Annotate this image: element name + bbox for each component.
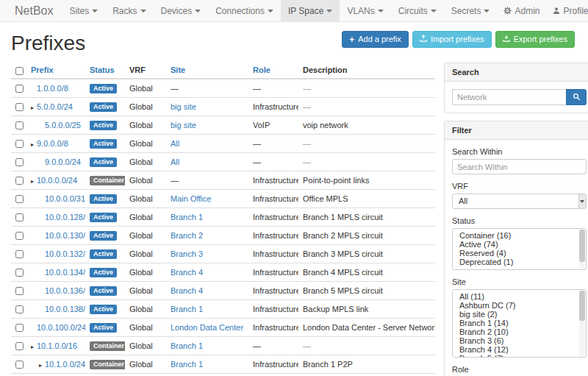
status-filter-option[interactable]: Reserved (4) — [453, 249, 586, 258]
sort-role-header[interactable]: Role — [253, 65, 270, 74]
site-link[interactable]: Branch 4 — [171, 268, 203, 277]
prefix-link[interactable]: 9.0.0.0/8 — [37, 139, 68, 148]
row-checkbox[interactable] — [15, 121, 24, 130]
description-cell: Branch 4 MPLS circuit — [298, 263, 435, 281]
site-link[interactable]: Branch 2 — [171, 231, 203, 240]
site-filter-option[interactable]: Branch 3 (6) — [453, 336, 586, 345]
site-link[interactable]: All — [171, 157, 179, 166]
scrollbar-thumb[interactable] — [579, 291, 585, 321]
nav-item[interactable]: Circuits — [391, 0, 444, 21]
description-cell: London Data Center - Server Network — [298, 318, 435, 336]
expand-arrow-icon: ▸ — [31, 344, 37, 350]
site-link[interactable]: Branch 1 — [171, 213, 203, 221]
row-checkbox[interactable] — [15, 324, 24, 332]
prefix-link[interactable]: 10.1.0.0/16 — [37, 341, 77, 350]
nav-item[interactable]: Secrets — [444, 0, 498, 21]
indent-spacer — [31, 311, 39, 312]
site-link[interactable]: big site — [171, 121, 196, 130]
table-row: ▸5.0.0.0/25 Active Global big site VoIP … — [11, 116, 435, 134]
prefix-link[interactable]: 10.0.0.136/31 — [45, 286, 85, 295]
row-checkbox[interactable] — [15, 103, 24, 111]
vrf-cell: Global — [125, 336, 166, 355]
site-link[interactable]: big site — [171, 102, 196, 111]
description-cell: Office MPLS — [298, 189, 435, 207]
site-link[interactable]: Branch 1 — [171, 305, 203, 313]
site-link[interactable]: Branch 3 — [171, 249, 203, 258]
site-filter-option[interactable]: Branch 2 (10) — [453, 327, 586, 336]
search-input[interactable] — [452, 89, 566, 105]
status-badge: Active — [90, 102, 117, 112]
row-checkbox[interactable] — [15, 287, 24, 295]
site-link[interactable]: Main Office — [171, 194, 211, 203]
row-checkbox[interactable] — [15, 213, 24, 221]
site-filter-option[interactable]: Branch 1 (14) — [453, 319, 586, 327]
nav-item-admin[interactable]: Admin — [497, 0, 546, 21]
nav-item-label: Secrets — [451, 6, 481, 16]
export-prefixes-button[interactable]: Export prefixes — [495, 31, 575, 48]
site-link[interactable]: Branch 4 — [171, 286, 203, 295]
site-filter-option[interactable]: big site (2) — [453, 310, 586, 319]
status-badge: Active — [90, 157, 117, 167]
status-filter-option[interactable]: Deprecated (1) — [453, 258, 586, 266]
role-cell: Infrastructure — [248, 207, 298, 226]
sort-prefix-header[interactable]: Prefix — [31, 65, 54, 74]
site-link[interactable]: Branch 1 — [171, 341, 203, 350]
row-checkbox[interactable] — [15, 85, 24, 93]
row-checkbox[interactable] — [15, 177, 24, 185]
row-checkbox[interactable] — [15, 342, 24, 350]
site-link[interactable]: All — [171, 139, 179, 148]
prefix-link[interactable]: 10.0.0.132/31 — [45, 249, 85, 258]
import-prefixes-button[interactable]: Import prefixes — [412, 31, 492, 48]
row-checkbox[interactable] — [15, 232, 24, 240]
select-all-checkbox[interactable] — [15, 67, 24, 75]
prefix-link[interactable]: 10.0.0.0/31 — [45, 194, 85, 203]
prefix-link[interactable]: 5.0.0.0/25 — [45, 121, 81, 130]
site-filter-option[interactable]: All (11) — [453, 292, 586, 301]
search-button[interactable] — [566, 89, 587, 105]
status-filter-option[interactable]: Container (16) — [453, 231, 586, 240]
vrf-cell: Global — [125, 281, 166, 299]
nav-item[interactable]: Connections — [208, 0, 281, 21]
nav-item[interactable]: Racks — [105, 0, 153, 21]
sort-status-header[interactable]: Status — [90, 65, 115, 74]
row-checkbox[interactable] — [15, 195, 24, 203]
nav-item[interactable]: IP Space — [281, 0, 340, 21]
site-filter-option[interactable]: Branch 4 (12) — [453, 345, 586, 354]
prefix-link[interactable]: 10.0.0.128/31 — [45, 213, 85, 221]
prefix-link[interactable]: 10.0.0.138/31 — [45, 305, 85, 313]
prefix-link[interactable]: 5.0.0.0/24 — [37, 102, 73, 111]
indent-spacer — [31, 238, 39, 238]
prefix-link[interactable]: 10.0.0.130/31 — [45, 231, 85, 240]
prefix-link[interactable]: 10.1.0.0/24 — [45, 360, 85, 369]
row-checkbox[interactable] — [15, 140, 24, 148]
prefix-link[interactable]: 1.0.0.0/8 — [37, 84, 68, 93]
nav-item[interactable]: Sites — [62, 0, 105, 21]
add-prefix-button[interactable]: + Add a prefix — [342, 31, 409, 48]
nav-item-label: Circuits — [398, 6, 428, 16]
chevron-down-icon — [326, 10, 332, 13]
nav-item[interactable]: Devices — [154, 0, 209, 21]
prefix-link[interactable]: 10.0.0.0/24 — [37, 176, 77, 185]
vrf-label: VRF — [452, 182, 587, 191]
prefix-link[interactable]: 10.0.0.134/31 — [45, 268, 85, 277]
sort-site-header[interactable]: Site — [171, 65, 185, 74]
table-row: ▸10.0.0.0/24 Container Global — Infrastr… — [11, 171, 435, 189]
row-checkbox[interactable] — [15, 250, 24, 258]
row-checkbox[interactable] — [15, 361, 24, 369]
site-link[interactable]: London Data Center — [171, 323, 243, 332]
search-within-input[interactable] — [452, 159, 587, 174]
nav-item-profile[interactable]: Profile — [546, 0, 588, 21]
scrollbar-thumb[interactable] — [579, 230, 585, 262]
prefix-link[interactable]: 10.0.100.0/24 — [37, 323, 85, 332]
status-filter-option[interactable]: Active (74) — [453, 240, 586, 249]
row-checkbox[interactable] — [15, 305, 24, 313]
site-link[interactable]: Branch 1 — [171, 360, 203, 369]
site-filter-option[interactable]: Branch 5 (7) — [453, 354, 586, 358]
row-checkbox[interactable] — [15, 269, 24, 277]
vrf-select[interactable]: All — [452, 194, 587, 209]
brand-logo[interactable]: NetBox — [15, 0, 53, 21]
row-checkbox[interactable] — [15, 158, 24, 166]
nav-item[interactable]: VLANs — [340, 0, 390, 21]
site-filter-option[interactable]: Ashburn DC (7) — [453, 301, 586, 310]
prefix-link[interactable]: 9.0.0.0/24 — [45, 157, 81, 166]
